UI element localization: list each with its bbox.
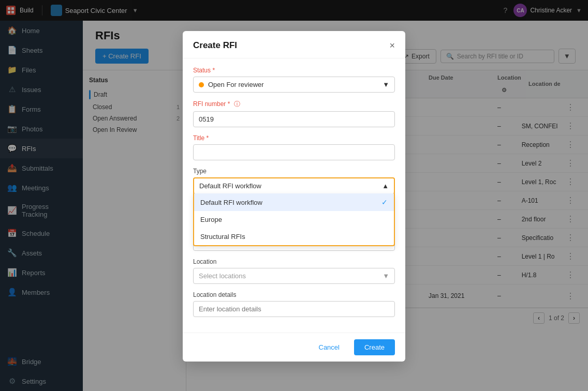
check-icon: ✓ <box>381 198 388 206</box>
modal-body: Status * Open For reviewer ▼ RFI number … <box>183 58 405 333</box>
modal-title: Create RFI <box>193 40 237 51</box>
modal-footer: Cancel Create <box>183 333 405 362</box>
title-field: Title * <box>193 134 395 160</box>
modal-close-button[interactable]: × <box>389 41 395 50</box>
location-placeholder: Select locations <box>199 272 246 280</box>
type-label: Type <box>193 168 395 175</box>
location-select[interactable]: Select locations ▼ <box>193 268 395 284</box>
title-input[interactable] <box>193 144 395 160</box>
create-button[interactable]: Create <box>354 339 395 355</box>
rfi-number-label: RFI number * ⓘ <box>193 100 395 109</box>
status-label: Status * <box>193 67 395 74</box>
type-value: Default RFI workflow <box>199 182 261 190</box>
rfi-number-field: RFI number * ⓘ <box>193 100 395 127</box>
type-option-structural[interactable]: Structural RFIs <box>194 228 394 245</box>
location-field: Location Select locations ▼ <box>193 258 395 284</box>
status-select[interactable]: Open For reviewer ▼ <box>193 77 395 93</box>
status-value: Open For reviewer <box>208 81 264 88</box>
location-details-input[interactable] <box>193 301 395 317</box>
create-rfi-modal: Create RFI × Status * Open For reviewer … <box>183 31 405 362</box>
modal-header: Create RFI × <box>183 31 405 58</box>
type-dropdown: Default RFI workflow ✓ Europe Structural… <box>193 193 395 246</box>
type-select[interactable]: Default RFI workflow ▲ <box>194 178 394 193</box>
status-chevron-icon: ▼ <box>383 81 389 88</box>
type-dropdown-wrapper: Default RFI workflow ▲ Default RFI workf… <box>193 177 395 194</box>
location-chevron-icon: ▼ <box>383 272 389 280</box>
rfi-number-input[interactable] <box>193 111 395 127</box>
type-option-europe[interactable]: Europe <box>194 211 394 228</box>
status-indicator <box>199 82 204 87</box>
info-icon: ⓘ <box>234 100 240 108</box>
location-label: Location <box>193 258 395 265</box>
cancel-button[interactable]: Cancel <box>310 339 349 355</box>
title-label: Title * <box>193 134 395 142</box>
modal-overlay[interactable]: Create RFI × Status * Open For reviewer … <box>0 0 588 391</box>
type-chevron-icon: ▲ <box>382 182 389 190</box>
type-field: Type Default RFI workflow ▲ Default RFI … <box>193 168 395 194</box>
location-details-field: Location details <box>193 291 395 317</box>
location-details-label: Location details <box>193 291 395 298</box>
status-field: Status * Open For reviewer ▼ <box>193 67 395 93</box>
type-option-default[interactable]: Default RFI workflow ✓ <box>194 193 394 211</box>
